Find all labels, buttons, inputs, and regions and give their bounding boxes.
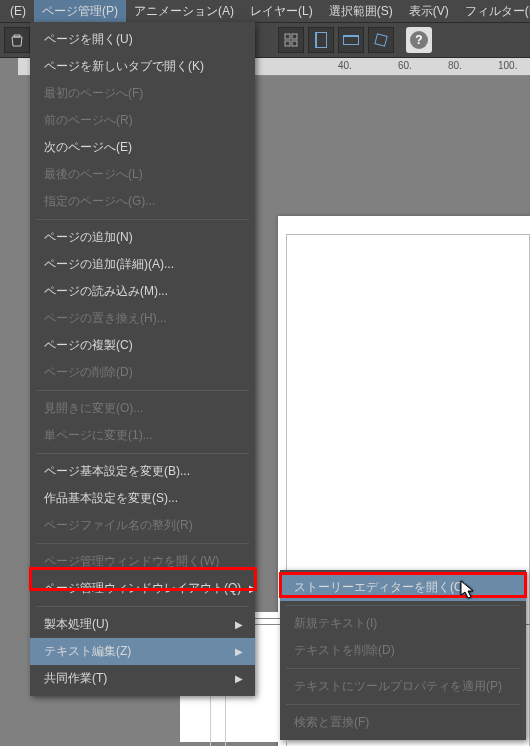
ruler-tick: 60. (398, 60, 412, 71)
flip-v-button[interactable] (338, 27, 364, 53)
ruler-tick: 80. (448, 60, 462, 71)
menu-open-mgmt-window: ページ管理ウィンドウを開く(W) (30, 548, 255, 575)
submenu-delete-text: テキストを削除(D) (280, 637, 526, 664)
submenu-new-text: 新規テキスト(I) (280, 610, 526, 637)
menu-separator (286, 704, 520, 705)
menu-separator (36, 606, 249, 607)
menu-add-page-detail[interactable]: ページの追加(詳細)(A)... (30, 251, 255, 278)
menu-text-edit[interactable]: テキスト編集(Z)▶ (30, 638, 255, 665)
menu-open-page[interactable]: ページを開く(U) (30, 26, 255, 53)
menu-separator (36, 453, 249, 454)
svg-rect-0 (285, 34, 290, 39)
menu-prev-page: 前のページへ(R) (30, 107, 255, 134)
menu-delete-page: ページの削除(D) (30, 359, 255, 386)
help-button[interactable]: ? (406, 27, 432, 53)
menu-animation[interactable]: アニメーション(A) (126, 0, 242, 23)
grid-button[interactable] (278, 27, 304, 53)
menu-first-page: 最初のページへ(F) (30, 80, 255, 107)
menubar: (E) ページ管理(P) アニメーション(A) レイヤー(L) 選択範囲(S) … (0, 0, 530, 22)
menu-open-in-new-tab[interactable]: ページを新しいタブで開く(K) (30, 53, 255, 80)
submenu-find-replace: 検索と置換(F) (280, 709, 526, 736)
ruler-tick: 40. (338, 60, 352, 71)
menu-selection[interactable]: 選択範囲(S) (321, 0, 401, 23)
menu-to-single: 単ページに変更(1)... (30, 422, 255, 449)
menu-duplicate-page[interactable]: ページの複製(C) (30, 332, 255, 359)
menu-filter[interactable]: フィルター(I) (457, 0, 530, 23)
svg-rect-2 (285, 41, 290, 46)
svg-rect-3 (292, 41, 297, 46)
menu-next-page[interactable]: 次のページへ(E) (30, 134, 255, 161)
submenu-arrow-icon: ▶ (249, 583, 257, 594)
menu-collaboration[interactable]: 共同作業(T)▶ (30, 665, 255, 692)
menu-e[interactable]: (E) (2, 1, 34, 21)
menu-separator (36, 219, 249, 220)
menu-page-management[interactable]: ページ管理(P) (34, 0, 126, 23)
menu-layer[interactable]: レイヤー(L) (242, 0, 321, 23)
menu-view[interactable]: 表示(V) (401, 0, 457, 23)
menu-mgmt-layout[interactable]: ページ管理ウィンドウレイアウト(Q)▶ (30, 575, 255, 602)
page-management-menu: ページを開く(U) ページを新しいタブで開く(K) 最初のページへ(F) 前のペ… (30, 22, 255, 696)
menu-goto-page: 指定のページへ(G)... (30, 188, 255, 215)
menu-replace-page: ページの置き換え(H)... (30, 305, 255, 332)
menu-work-base-settings[interactable]: 作品基本設定を変更(S)... (30, 485, 255, 512)
submenu-apply-tool-property: テキストにツールプロパティを適用(P) (280, 673, 526, 700)
menu-separator (36, 543, 249, 544)
submenu-arrow-icon: ▶ (235, 673, 243, 684)
submenu-arrow-icon: ▶ (235, 619, 243, 630)
menu-separator (36, 390, 249, 391)
menu-separator (286, 668, 520, 669)
ruler-tick: 100. (498, 60, 517, 71)
menu-last-page: 最後のページへ(L) (30, 161, 255, 188)
menu-separator (286, 605, 520, 606)
submenu-open-story-editor[interactable]: ストーリーエディターを開く(O) (280, 574, 526, 601)
flip-h-button[interactable] (308, 27, 334, 53)
menu-sort-filenames: ページファイル名の整列(R) (30, 512, 255, 539)
menu-binding[interactable]: 製本処理(U)▶ (30, 611, 255, 638)
svg-rect-1 (292, 34, 297, 39)
menu-import-page[interactable]: ページの読み込み(M)... (30, 278, 255, 305)
menu-add-page[interactable]: ページの追加(N) (30, 224, 255, 251)
trash-button[interactable] (4, 27, 30, 53)
menu-to-spread: 見開きに変更(O)... (30, 395, 255, 422)
text-edit-submenu: ストーリーエディターを開く(O) 新規テキスト(I) テキストを削除(D) テキ… (280, 570, 526, 740)
submenu-arrow-icon: ▶ (235, 646, 243, 657)
menu-page-base-settings[interactable]: ページ基本設定を変更(B)... (30, 458, 255, 485)
rotate-button[interactable] (368, 27, 394, 53)
help-icon: ? (410, 31, 428, 49)
svg-rect-4 (375, 34, 387, 46)
